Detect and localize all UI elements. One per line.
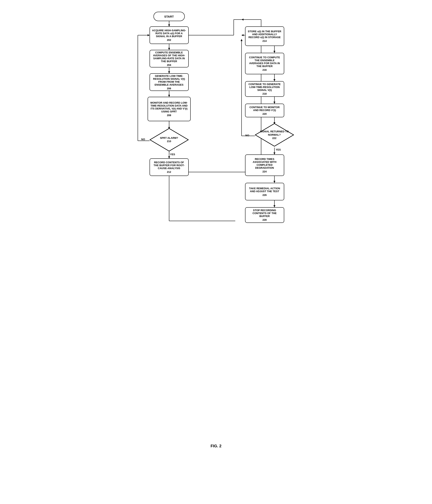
svg-marker-26	[273, 79, 275, 81]
no-label-210: NO	[141, 138, 145, 141]
svg-marker-1	[168, 24, 170, 27]
svg-marker-22	[242, 18, 244, 20]
node-212: RECORD CONTENTS OF THE BUFFER FOR ROOT-C…	[150, 158, 189, 176]
node-218: CONTINUE TO GENERATE LOW-TIME-RESOLUTION…	[245, 81, 284, 97]
node-226: TAKE REMEDIAL ACTION AND ADJUST THE TEST…	[245, 183, 284, 200]
svg-marker-19	[242, 34, 244, 36]
svg-marker-37	[273, 181, 275, 183]
yes-label-222: YES	[276, 148, 281, 151]
svg-marker-35	[273, 153, 275, 154]
node-210: SPRT ALARM? 210	[150, 128, 189, 152]
svg-marker-13	[148, 34, 150, 36]
node-204: COMPUTE ENSEMBLE AVERAGES OF THE HIGH-SA…	[150, 50, 189, 67]
svg-marker-15	[168, 156, 170, 158]
svg-marker-28	[273, 102, 275, 104]
svg-marker-5	[168, 71, 170, 73]
svg-marker-24	[273, 51, 275, 53]
figure-caption: FIG. 2	[211, 444, 222, 448]
node-222: SIGNAL RETURNED TO NORMAL? 222	[255, 123, 294, 147]
node-214: STORE v(t) IN THE BUFFER AND ADDITIONALL…	[245, 27, 284, 46]
start-node: START	[153, 12, 185, 21]
node-224: RECORD TIMES ASSOCIATED WITH COMPLETED D…	[245, 154, 284, 176]
no-label-222: NO	[245, 134, 249, 137]
flowchart: START ACQUIRE HIGH-SAMPLING-RATE DATA v(…	[128, 8, 304, 438]
node-208: MONITOR AND RECORD LOW-TIME-RESOLUTION D…	[148, 97, 191, 121]
svg-marker-7	[168, 95, 170, 97]
yes-label-210: YES	[170, 153, 175, 156]
node-206: GENERATE LOW-TIME-RESOLUTION SIGNAL V(t)…	[150, 73, 189, 91]
node-202: ACQUIRE HIGH-SAMPLING-RATE DATA v(t) FOR…	[150, 27, 189, 44]
node-216: CONTINUE TO COMPUTE THE ENSEMBLE AVERAGE…	[245, 53, 284, 74]
node-220: CONTINUE TO MONITOR AND RECORD V'(t) 220	[245, 104, 284, 117]
svg-marker-33	[241, 39, 243, 41]
svg-marker-3	[168, 48, 170, 50]
node-228: STOP RECORDING CONTENTS OF THE BUFFER 22…	[245, 207, 284, 223]
svg-marker-39	[273, 205, 275, 207]
